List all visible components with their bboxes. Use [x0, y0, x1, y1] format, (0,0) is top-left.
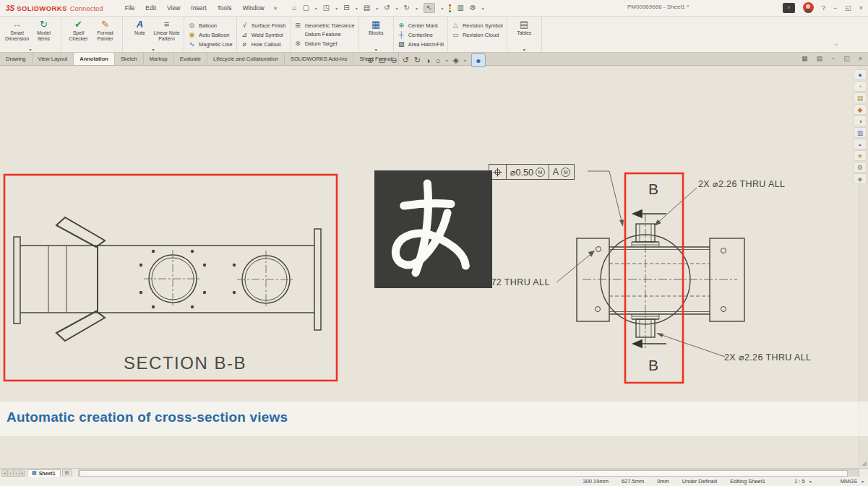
panel-display-icon[interactable]: ▥: [457, 4, 463, 12]
minimize-document-icon[interactable]: −: [831, 55, 835, 62]
sheet-tab-sheet1[interactable]: ▤ Sheet1: [27, 469, 61, 477]
3dexperience-compass-icon[interactable]: ●: [854, 69, 867, 80]
tab-markup[interactable]: Markup: [144, 52, 174, 65]
menu-window[interactable]: Window: [242, 4, 264, 12]
blocks-button[interactable]: ▦ Blocks: [363, 18, 390, 36]
section-view-label[interactable]: SECTION B-B: [106, 353, 265, 373]
print-caret-icon[interactable]: ▾: [376, 6, 378, 11]
options-gear-icon[interactable]: ⚙: [470, 4, 476, 12]
drawing-sheet-canvas[interactable]: ⌀0.50 M A M 2X ⌀2.26 THRU ALL 4X ⌀10.72 …: [0, 65, 868, 468]
tab-view-layout[interactable]: View Layout: [33, 52, 74, 65]
selection-highlight-boxes[interactable]: [4, 173, 683, 383]
group-dropdown-caret[interactable]: ▾: [29, 47, 31, 52]
tab-annotation[interactable]: Annotation: [74, 52, 115, 65]
balloon-button[interactable]: ◎ Balloon: [188, 22, 233, 29]
group-dropdown-caret[interactable]: ▾: [152, 47, 154, 52]
undo-caret-icon[interactable]: ▾: [396, 6, 398, 11]
undo-icon[interactable]: ↺: [384, 4, 390, 12]
section-arrow-label-bottom[interactable]: B: [648, 357, 658, 374]
section-view-icon[interactable]: ◑: [426, 56, 431, 65]
horizontal-scrollbar[interactable]: [78, 469, 859, 477]
format-painter-button[interactable]: ✎ Format Painter: [92, 18, 119, 43]
previous-view-icon[interactable]: ↺: [403, 56, 409, 65]
pane-right-icon[interactable]: ▤: [816, 55, 822, 62]
options-caret-icon[interactable]: ▾: [482, 6, 484, 11]
dimension-callout-bottom[interactable]: 2X ⌀2.26 THRU ALL: [724, 352, 811, 363]
revision-symbol-button[interactable]: △ Revision Symbol: [452, 22, 503, 29]
tab-lifecycle-collaboration[interactable]: Lifecycle and Collaboration: [207, 52, 285, 65]
design-library-icon[interactable]: ◆: [854, 104, 867, 115]
tab-evaluate[interactable]: Evaluate: [174, 52, 207, 65]
pane-left-icon[interactable]: ▦: [802, 55, 808, 62]
tables-button[interactable]: ▤ Tables: [511, 18, 538, 36]
units-caret-icon[interactable]: ▾: [861, 479, 864, 484]
zoom-area-icon[interactable]: ⊡: [379, 56, 385, 65]
apply-scene-icon[interactable]: ◈: [452, 56, 458, 65]
save-caret-icon[interactable]: ▾: [356, 6, 358, 11]
open-document-icon[interactable]: ◳: [323, 4, 330, 12]
select-tool-icon[interactable]: ↖: [424, 3, 435, 13]
last-sheet-icon[interactable]: »: [19, 469, 25, 477]
ribbon-collapse-icon[interactable]: ^: [835, 42, 838, 48]
area-hatch-fill-button[interactable]: ▨ Area Hatch/Fill: [398, 40, 444, 48]
datum-target-button[interactable]: ⊗ Datum Target: [294, 40, 355, 47]
status-sheet-scale[interactable]: 1 : 5: [794, 478, 805, 485]
hide-items-icon[interactable]: ○: [436, 56, 441, 65]
horizontal-scrollbar-thumb[interactable]: [80, 470, 848, 477]
save-icon[interactable]: ⊟: [343, 4, 349, 12]
appearances-icon[interactable]: ◑: [854, 116, 867, 126]
select-caret-icon[interactable]: ▾: [441, 6, 443, 11]
zoom-fit-icon[interactable]: ⊕: [367, 56, 374, 65]
zoom-inout-icon[interactable]: ⊖: [390, 56, 397, 65]
headsup-caret-icon[interactable]: ▾: [464, 58, 466, 63]
note-button[interactable]: A Note: [126, 18, 153, 36]
3dexperience-search-icon[interactable]: ›: [783, 3, 795, 13]
minimize-window-icon[interactable]: −: [833, 4, 837, 12]
menu-view[interactable]: View: [167, 4, 180, 12]
menu-insert[interactable]: Insert: [191, 4, 206, 12]
spell-checker-button[interactable]: ✔ Spell Checker: [65, 18, 92, 43]
parent-view-geometry[interactable]: [577, 214, 744, 348]
magnetic-line-button[interactable]: ∿ Magnetic Line: [188, 40, 233, 48]
section-view-geometry[interactable]: [14, 217, 321, 341]
rotate-view-icon[interactable]: ↻: [414, 56, 421, 65]
datum-feature-button[interactable]: Datum Feature: [294, 31, 355, 38]
traffic-light-icon[interactable]: [449, 4, 451, 12]
close-document-icon[interactable]: ×: [859, 55, 862, 62]
file-explorer-icon[interactable]: ▥: [854, 127, 867, 138]
lifecycle-icon[interactable]: ◔: [854, 81, 867, 92]
redo-caret-icon[interactable]: ▾: [416, 6, 418, 11]
new-document-icon[interactable]: ▢: [302, 4, 309, 12]
dimension-callout-top[interactable]: 2X ⌀2.26 THRU ALL: [698, 178, 785, 189]
centerline-button[interactable]: ┼ Centerline: [398, 31, 444, 38]
smart-dimension-button[interactable]: ↔ Smart Dimension: [4, 18, 30, 43]
menu-file[interactable]: File: [125, 4, 135, 12]
weld-symbol-button[interactable]: ⊿ Weld Symbol: [241, 31, 286, 38]
section-arrow-label-top[interactable]: B: [648, 181, 658, 198]
home-icon[interactable]: ⌂: [292, 4, 296, 12]
custom-properties-icon[interactable]: ★: [854, 150, 867, 161]
gdt-feature-control-frame[interactable]: ⌀0.50 M A M: [489, 164, 575, 180]
redo-icon[interactable]: ↻: [404, 4, 410, 12]
add-sheet-icon[interactable]: ⊞: [62, 469, 72, 477]
section-line-arrows[interactable]: [633, 210, 666, 347]
view-palette-icon[interactable]: ◒: [854, 139, 867, 149]
folder-icon[interactable]: ▤: [854, 92, 867, 103]
pin-menu-icon[interactable]: ∗: [273, 5, 278, 12]
surface-finish-button[interactable]: √ Surface Finish: [241, 22, 286, 29]
menu-edit[interactable]: Edit: [145, 4, 156, 12]
new-caret-icon[interactable]: ▾: [315, 6, 317, 11]
close-window-icon[interactable]: ×: [859, 4, 863, 12]
menu-tools[interactable]: Tools: [218, 4, 232, 12]
group-dropdown-caret[interactable]: ▾: [375, 47, 377, 52]
linear-note-pattern-button[interactable]: ≡ Linear Note Pattern: [153, 18, 180, 43]
restore-window-icon[interactable]: ◱: [845, 4, 851, 12]
group-dropdown-caret[interactable]: ▾: [523, 47, 525, 52]
revision-cloud-button[interactable]: ▭ Revision Cloud: [452, 31, 503, 38]
view-settings-icon[interactable]: ●: [471, 53, 486, 67]
print-icon[interactable]: ▤: [364, 4, 370, 12]
restore-document-icon[interactable]: ◱: [843, 55, 850, 62]
help-icon[interactable]: ?: [822, 4, 825, 12]
auto-balloon-button[interactable]: ◉ Auto Balloon: [188, 31, 233, 38]
headsup-caret-icon[interactable]: ▾: [445, 58, 447, 63]
